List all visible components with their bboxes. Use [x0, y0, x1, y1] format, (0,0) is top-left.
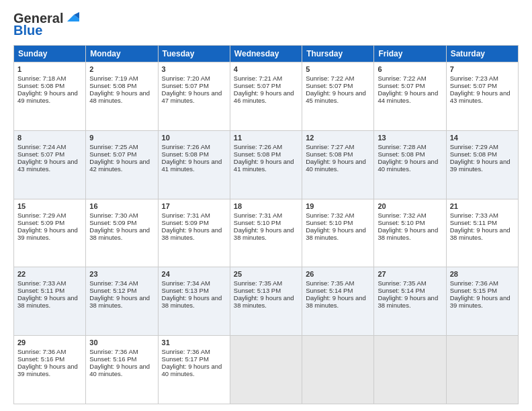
daylight-text: Daylight: 9 hours and 38 minutes.: [17, 294, 78, 309]
daylight-text: Daylight: 9 hours and 43 minutes.: [450, 89, 511, 104]
sunset-text: Sunset: 5:07 PM: [378, 82, 425, 89]
day-number: 26: [306, 270, 370, 278]
calendar-cell: 3Sunrise: 7:20 AMSunset: 5:07 PMDaylight…: [158, 62, 230, 131]
sunrise-text: Sunrise: 7:36 AM: [450, 279, 498, 287]
daylight-text: Daylight: 9 hours and 38 minutes.: [89, 226, 150, 241]
calendar-cell: 1Sunrise: 7:18 AMSunset: 5:08 PMDaylight…: [14, 62, 86, 131]
sunset-text: Sunset: 5:08 PM: [450, 150, 497, 158]
sunset-text: Sunset: 5:08 PM: [234, 150, 281, 158]
day-number: 14: [450, 134, 515, 142]
sunset-text: Sunset: 5:14 PM: [306, 287, 353, 294]
calendar-cell: 17Sunrise: 7:31 AMSunset: 5:09 PMDayligh…: [158, 199, 230, 267]
calendar-cell: 19Sunrise: 7:32 AMSunset: 5:10 PMDayligh…: [302, 199, 374, 267]
sunrise-text: Sunrise: 7:29 AM: [17, 212, 66, 219]
daylight-text: Daylight: 9 hours and 41 minutes.: [162, 158, 222, 173]
daylight-text: Daylight: 9 hours and 38 minutes.: [450, 226, 511, 241]
sunset-text: Sunset: 5:07 PM: [162, 82, 209, 89]
calendar-cell: 8Sunrise: 7:24 AMSunset: 5:07 PMDaylight…: [14, 130, 86, 199]
daylight-text: Daylight: 9 hours and 40 minutes.: [162, 363, 222, 377]
daylight-text: Daylight: 9 hours and 38 minutes.: [234, 226, 294, 241]
daylight-text: Daylight: 9 hours and 38 minutes.: [234, 294, 294, 309]
weekday-monday: Monday: [86, 46, 158, 62]
calendar-cell: 16Sunrise: 7:30 AMSunset: 5:09 PMDayligh…: [86, 199, 158, 267]
day-number: 24: [162, 270, 226, 278]
sunrise-text: Sunrise: 7:35 AM: [234, 279, 282, 287]
daylight-text: Daylight: 9 hours and 39 minutes.: [17, 226, 78, 241]
calendar-cell: 24Sunrise: 7:34 AMSunset: 5:13 PMDayligh…: [158, 267, 230, 336]
daylight-text: Daylight: 9 hours and 40 minutes.: [378, 158, 438, 173]
sunrise-text: Sunrise: 7:31 AM: [234, 212, 282, 219]
calendar-week-2: 8Sunrise: 7:24 AMSunset: 5:07 PMDaylight…: [14, 130, 519, 199]
sunset-text: Sunset: 5:08 PM: [162, 150, 209, 158]
sunset-text: Sunset: 5:10 PM: [234, 219, 281, 226]
calendar-cell: 12Sunrise: 7:27 AMSunset: 5:08 PMDayligh…: [302, 130, 374, 199]
day-number: 27: [378, 270, 442, 278]
sunset-text: Sunset: 5:14 PM: [378, 287, 425, 294]
sunset-text: Sunset: 5:09 PM: [162, 219, 209, 226]
logo: General Blue: [13, 11, 79, 38]
day-number: 18: [234, 202, 298, 210]
sunrise-text: Sunrise: 7:35 AM: [306, 279, 354, 287]
sunset-text: Sunset: 5:09 PM: [89, 219, 136, 226]
page: General Blue SundayMondayTuesdayWednesda…: [0, 0, 532, 411]
daylight-text: Daylight: 9 hours and 39 minutes.: [17, 363, 78, 377]
sunset-text: Sunset: 5:16 PM: [17, 355, 64, 363]
day-number: 13: [378, 134, 442, 142]
sunrise-text: Sunrise: 7:24 AM: [17, 143, 66, 150]
calendar-cell: 25Sunrise: 7:35 AMSunset: 5:13 PMDayligh…: [230, 267, 302, 336]
daylight-text: Daylight: 9 hours and 38 minutes.: [306, 294, 366, 309]
daylight-text: Daylight: 9 hours and 43 minutes.: [17, 158, 78, 173]
sunrise-text: Sunrise: 7:30 AM: [89, 212, 138, 219]
calendar-cell: 31Sunrise: 7:36 AMSunset: 5:17 PMDayligh…: [158, 336, 230, 404]
sunrise-text: Sunrise: 7:23 AM: [450, 75, 498, 82]
day-number: 12: [306, 134, 370, 142]
sunrise-text: Sunrise: 7:27 AM: [306, 143, 354, 150]
daylight-text: Daylight: 9 hours and 38 minutes.: [378, 226, 438, 241]
day-number: 2: [89, 65, 154, 73]
calendar-cell: [374, 336, 446, 404]
calendar-cell: [302, 336, 374, 404]
weekday-tuesday: Tuesday: [158, 46, 230, 62]
day-number: 19: [306, 202, 370, 210]
calendar-cell: 21Sunrise: 7:33 AMSunset: 5:11 PMDayligh…: [446, 199, 518, 267]
calendar-cell: 30Sunrise: 7:36 AMSunset: 5:16 PMDayligh…: [86, 336, 158, 404]
sunrise-text: Sunrise: 7:32 AM: [306, 212, 354, 219]
sunrise-text: Sunrise: 7:32 AM: [378, 212, 426, 219]
sunrise-text: Sunrise: 7:36 AM: [162, 348, 210, 355]
sunrise-text: Sunrise: 7:36 AM: [89, 348, 138, 355]
calendar-cell: 27Sunrise: 7:35 AMSunset: 5:14 PMDayligh…: [374, 267, 446, 336]
calendar-week-3: 15Sunrise: 7:29 AMSunset: 5:09 PMDayligh…: [14, 199, 519, 267]
sunrise-text: Sunrise: 7:21 AM: [234, 75, 282, 82]
weekday-wednesday: Wednesday: [230, 46, 302, 62]
weekday-sunday: Sunday: [14, 46, 86, 62]
calendar-cell: 13Sunrise: 7:28 AMSunset: 5:08 PMDayligh…: [374, 130, 446, 199]
calendar-cell: 7Sunrise: 7:23 AMSunset: 5:07 PMDaylight…: [446, 62, 518, 131]
sunset-text: Sunset: 5:13 PM: [162, 287, 209, 294]
sunrise-text: Sunrise: 7:34 AM: [162, 279, 210, 287]
day-number: 8: [17, 134, 82, 142]
weekday-friday: Friday: [374, 46, 446, 62]
logo-icon: [64, 12, 79, 23]
sunset-text: Sunset: 5:11 PM: [450, 219, 497, 226]
calendar-cell: 14Sunrise: 7:29 AMSunset: 5:08 PMDayligh…: [446, 130, 518, 199]
sunset-text: Sunset: 5:10 PM: [306, 219, 353, 226]
day-number: 17: [162, 202, 226, 210]
calendar-cell: [230, 336, 302, 404]
daylight-text: Daylight: 9 hours and 40 minutes.: [89, 363, 150, 377]
sunset-text: Sunset: 5:16 PM: [89, 355, 136, 363]
sunset-text: Sunset: 5:10 PM: [378, 219, 425, 226]
daylight-text: Daylight: 9 hours and 48 minutes.: [89, 89, 150, 104]
day-number: 22: [17, 270, 82, 278]
daylight-text: Daylight: 9 hours and 40 minutes.: [306, 158, 366, 173]
calendar: SundayMondayTuesdayWednesdayThursdayFrid…: [13, 45, 519, 404]
day-number: 10: [162, 134, 226, 142]
calendar-cell: 29Sunrise: 7:36 AMSunset: 5:16 PMDayligh…: [14, 336, 86, 404]
daylight-text: Daylight: 9 hours and 42 minutes.: [89, 158, 150, 173]
day-number: 16: [89, 202, 154, 210]
sunrise-text: Sunrise: 7:22 AM: [378, 75, 426, 82]
weekday-thursday: Thursday: [302, 46, 374, 62]
logo-blue: Blue: [13, 23, 42, 38]
sunset-text: Sunset: 5:07 PM: [306, 82, 353, 89]
sunrise-text: Sunrise: 7:33 AM: [17, 279, 66, 287]
weekday-saturday: Saturday: [446, 46, 518, 62]
